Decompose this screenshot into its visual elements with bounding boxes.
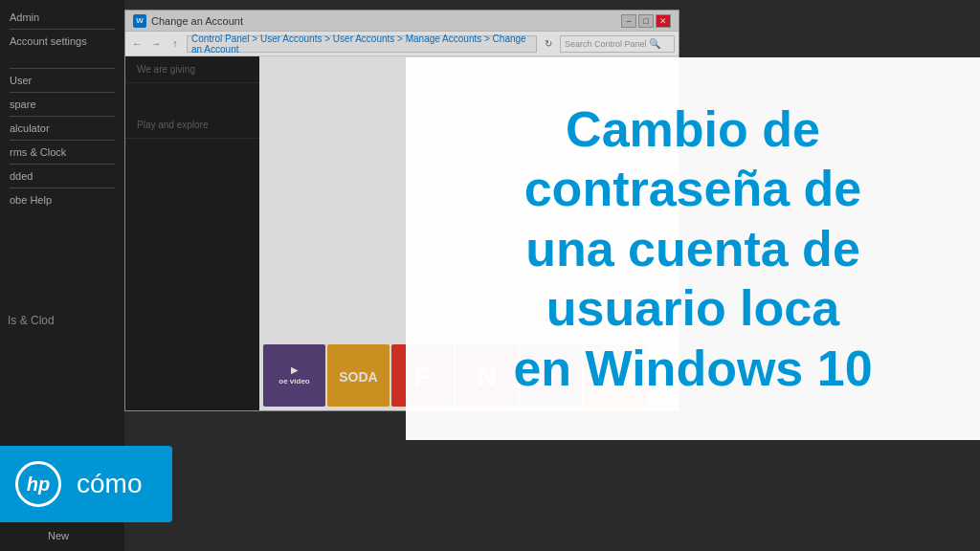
sidebar-divider-1 bbox=[10, 29, 115, 30]
dialog-left-panel: We are giving Play and explore bbox=[125, 56, 259, 410]
dialog-icon-label: W bbox=[136, 16, 144, 25]
hp-logo-circle: hp bbox=[15, 461, 61, 507]
close-button[interactable]: ✕ bbox=[656, 14, 671, 28]
sidebar-item-calc[interactable]: alculator bbox=[10, 122, 115, 134]
hp-branding-overlay: hp cómo bbox=[0, 446, 172, 522]
sidebar-divider-3 bbox=[10, 92, 115, 93]
search-icon: 🔍 bbox=[649, 38, 660, 49]
sidebar-section: Admin Account settings bbox=[0, 0, 124, 51]
search-placeholder: Search Control Panel bbox=[565, 39, 647, 49]
dialog-controls: – □ ✕ bbox=[621, 14, 671, 28]
tile-video-icon: ▶ bbox=[291, 365, 298, 375]
sidebar-section-2: User spare alculator rms & Clock dded ob… bbox=[0, 51, 124, 209]
sidebar-divider-5 bbox=[10, 140, 115, 141]
sidebar-item-user[interactable]: User bbox=[10, 75, 115, 86]
dialog-icon: W bbox=[133, 14, 146, 28]
hp-logo-text: hp bbox=[27, 474, 50, 496]
dark-panel-item-1: We are giving bbox=[125, 56, 259, 83]
sidebar-divider-2 bbox=[10, 68, 115, 69]
dialog-title: Change an Account bbox=[151, 15, 621, 27]
dialog-titlebar: W Change an Account – □ ✕ bbox=[125, 11, 679, 32]
tile-soda[interactable]: SODA bbox=[327, 344, 390, 407]
address-path[interactable]: Control Panel > User Accounts > User Acc… bbox=[187, 35, 537, 53]
title-line2: una cuenta de usuario loca bbox=[525, 221, 860, 336]
title-line3: en Windows 10 bbox=[513, 341, 872, 396]
tile-soda-label: SODA bbox=[339, 369, 377, 385]
search-box[interactable]: Search Control Panel 🔍 bbox=[560, 35, 675, 53]
main-container: Admin Account settings User spare alcula… bbox=[0, 0, 980, 551]
minimize-button[interactable]: – bbox=[621, 14, 636, 28]
new-label: New bbox=[48, 530, 69, 541]
watermark-text: Is & Clod bbox=[0, 310, 62, 331]
maximize-button[interactable]: □ bbox=[638, 14, 654, 28]
tile-video-label: oe video bbox=[278, 377, 309, 386]
hp-logo: hp bbox=[14, 460, 62, 508]
up-button[interactable]: ↑ bbox=[167, 36, 183, 52]
main-title-text: Cambio de contraseña de una cuenta de us… bbox=[444, 99, 942, 398]
sidebar-divider-6 bbox=[10, 164, 115, 165]
sidebar-item-clock[interactable]: rms & Clock bbox=[10, 146, 115, 158]
back-button[interactable]: ← bbox=[129, 36, 145, 52]
tile-video[interactable]: ▶ oe video bbox=[263, 344, 325, 407]
sidebar-item-account-settings[interactable]: Account settings bbox=[10, 35, 115, 47]
sidebar-divider-7 bbox=[10, 187, 115, 188]
sidebar-item-admin: Admin bbox=[10, 11, 115, 23]
address-bar: ← → ↑ Control Panel > User Accounts > Us… bbox=[125, 32, 679, 56]
hp-como-text: cómo bbox=[77, 469, 142, 499]
sidebar-item-spare[interactable]: spare bbox=[10, 99, 115, 110]
sidebar-item-adobe[interactable]: obe Help bbox=[10, 194, 115, 206]
sidebar-divider-4 bbox=[10, 116, 115, 117]
main-title-overlay: Cambio de contraseña de una cuenta de us… bbox=[406, 57, 980, 440]
forward-button[interactable]: → bbox=[148, 36, 164, 52]
title-line1: Cambio de contraseña de bbox=[524, 101, 862, 216]
sidebar-item-added[interactable]: dded bbox=[10, 170, 115, 182]
dark-panel-item-2: Play and explore bbox=[125, 112, 259, 139]
refresh-button[interactable]: ↻ bbox=[541, 36, 556, 52]
